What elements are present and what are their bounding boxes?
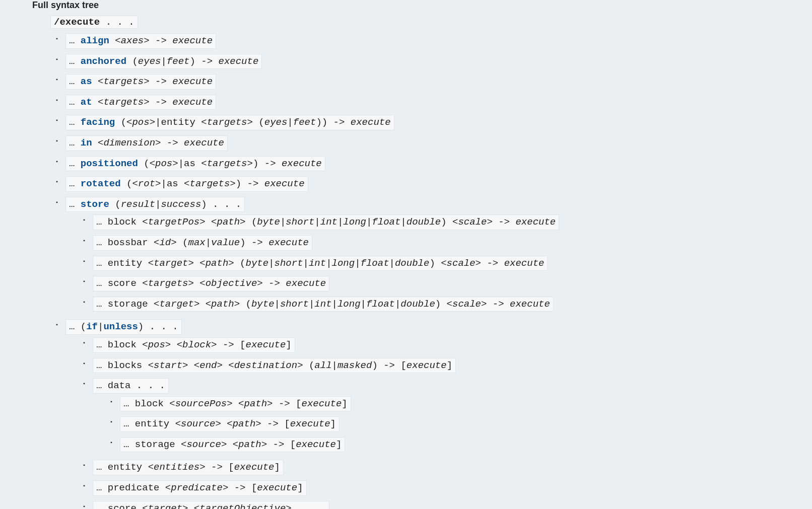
- if-predicate: … predicate <predicate> -> [execute]: [83, 478, 812, 498]
- syntax-node-positioned: … positioned (<pos>|as <targets>) -> exe…: [55, 154, 812, 174]
- keyword-as[interactable]: as: [81, 76, 92, 87]
- keyword-facing[interactable]: facing: [81, 117, 115, 128]
- if-data-children: … block <sourcePos> <path> -> [execute] …: [93, 394, 812, 455]
- return-execute: execute: [172, 35, 213, 46]
- syntax-tree-page: Full syntax tree /execute . . . … align …: [0, 0, 812, 509]
- syntax-node-if-unless: … (if|unless) . . . … block <pos> <block…: [55, 317, 812, 509]
- syntax-node-facing: … facing (<pos>|entity <targets> (eyes|f…: [55, 112, 812, 133]
- store-block: … block <targetPos> <path> (byte|short|i…: [83, 212, 812, 233]
- if-data-entity: … entity <source> <path> -> [execute]: [110, 414, 812, 434]
- keyword-unless[interactable]: unless: [103, 321, 138, 332]
- ellipsis: …: [69, 35, 75, 46]
- keyword-positioned[interactable]: positioned: [81, 158, 138, 169]
- ellipsis: …: [69, 56, 75, 67]
- store-storage: … storage <target> <path> (byte|short|in…: [83, 294, 812, 315]
- syntax-node-rotated: … rotated (<rot>|as <targets>) -> execut…: [55, 174, 812, 194]
- keyword-rotated[interactable]: rotated: [81, 178, 121, 189]
- syntax-node-as: … as <targets> -> execute: [55, 71, 812, 92]
- keyword-if[interactable]: if: [86, 321, 98, 332]
- store-entity: … entity <target> <path> (byte|short|int…: [83, 253, 812, 274]
- if-block: … block <pos> <block> -> [execute]: [83, 335, 812, 355]
- root-keyword: execute: [59, 17, 100, 28]
- if-entity: … entity <entities> -> [execute]: [83, 457, 812, 478]
- root-slash: /: [54, 17, 59, 28]
- if-data-storage: … storage <source> <path> -> [execute]: [110, 434, 812, 455]
- if-children: … block <pos> <block> -> [execute] … blo…: [65, 335, 812, 509]
- root-command: /execute . . .: [0, 13, 812, 31]
- if-data: … data . . . … block <sourcePos> <path> …: [83, 376, 812, 457]
- if-data-block: … block <sourcePos> <path> -> [execute]: [110, 394, 812, 414]
- keyword-at[interactable]: at: [81, 97, 92, 108]
- syntax-node-align: … align <axes> -> execute: [55, 31, 812, 51]
- section-heading: Full syntax tree: [0, 0, 812, 13]
- store-children: … block <targetPos> <path> (byte|short|i…: [65, 212, 812, 314]
- root-suffix: . . .: [100, 17, 134, 28]
- if-blocks: … blocks <start> <end> <destination> (al…: [83, 355, 812, 376]
- store-bossbar: … bossbar <id> (max|value) -> execute: [83, 233, 812, 253]
- keyword-align[interactable]: align: [81, 35, 109, 46]
- keyword-in[interactable]: in: [81, 137, 92, 149]
- syntax-node-in: … in <dimension> -> execute: [55, 133, 812, 154]
- syntax-node-at: … at <targets> -> execute: [55, 92, 812, 113]
- syntax-tree: … align <axes> -> execute … anchored (ey…: [0, 31, 812, 509]
- store-score: … score <targets> <objective> -> execute: [83, 273, 812, 294]
- keyword-anchored[interactable]: anchored: [81, 56, 126, 67]
- if-score: … score <target> <targetObjective> . . .: [83, 498, 812, 509]
- keyword-store[interactable]: store: [81, 199, 109, 210]
- syntax-node-store: … store (result|success) . . . … block <…: [55, 194, 812, 317]
- syntax-node-anchored: … anchored (eyes|feet) -> execute: [55, 51, 812, 72]
